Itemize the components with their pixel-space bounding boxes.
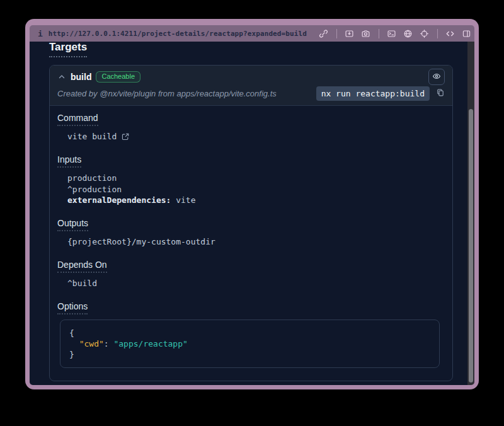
info-icon: i xyxy=(38,29,43,38)
json-string-value: "apps/reactapp" xyxy=(113,339,187,348)
view-target-button[interactable] xyxy=(428,69,445,85)
input-item: ^production xyxy=(67,184,442,195)
target-name: build xyxy=(71,72,91,82)
crosshair-icon[interactable] xyxy=(419,28,430,39)
json-property-line: "cwd": "apps/reactapp" xyxy=(69,338,430,349)
code-icon[interactable] xyxy=(445,28,456,39)
depends-on-section-label: Depends On xyxy=(57,260,107,273)
command-section-label: Command xyxy=(57,113,98,126)
toolbar-divider xyxy=(379,29,379,38)
external-link-icon[interactable] xyxy=(121,132,130,141)
input-item-key: externalDependencies: xyxy=(67,195,171,205)
link-icon[interactable] xyxy=(318,28,329,39)
options-code-block: { "cwd": "apps/reactapp" } xyxy=(60,320,440,368)
json-key: "cwd" xyxy=(79,339,104,348)
terminal-icon[interactable] xyxy=(386,28,398,39)
copy-button[interactable] xyxy=(436,88,445,99)
toolbar-divider xyxy=(336,29,337,38)
scrollbar[interactable] xyxy=(467,42,474,385)
target-card-build: build Cacheable xyxy=(49,65,453,381)
save-frame-icon[interactable] xyxy=(344,28,355,39)
cacheable-badge: Cacheable xyxy=(96,71,140,83)
browser-toolbar: i http://127.0.0.1:4211/project-details/… xyxy=(30,25,474,42)
camera-icon[interactable] xyxy=(360,28,372,39)
input-item: externalDependencies: vite xyxy=(67,195,442,206)
command-value: vite build xyxy=(67,131,117,142)
input-item-value: vite xyxy=(176,195,195,205)
output-item: {projectRoot}/my-custom-outdir xyxy=(67,236,442,248)
eye-icon xyxy=(432,72,441,83)
input-item: production xyxy=(67,173,442,184)
json-open-brace: { xyxy=(69,328,430,338)
depends-on-item: ^build xyxy=(67,278,442,289)
project-details-page: Targets build Cacheable xyxy=(30,42,467,385)
globe-icon[interactable] xyxy=(403,28,414,39)
toolbar-divider xyxy=(437,29,438,38)
created-by-text: Created by @nx/vite/plugin from apps/rea… xyxy=(57,89,277,98)
split-panel-icon[interactable] xyxy=(461,28,472,39)
target-subheader-row: Created by @nx/vite/plugin from apps/rea… xyxy=(57,86,445,101)
json-separator: : xyxy=(104,339,114,348)
target-header-row: build Cacheable xyxy=(57,69,445,84)
target-header-build[interactable]: build Cacheable xyxy=(50,66,452,106)
options-section-label: Options xyxy=(57,302,88,314)
copy-icon xyxy=(436,88,445,99)
toolbar-icons xyxy=(318,28,472,39)
outputs-section-label: Outputs xyxy=(57,219,88,231)
inputs-section-label: Inputs xyxy=(57,155,81,168)
scrollbar-thumb[interactable] xyxy=(469,109,473,383)
browser-window: i http://127.0.0.1:4211/project-details/… xyxy=(25,19,479,389)
chevron-up-icon[interactable] xyxy=(57,72,66,81)
json-close-brace: } xyxy=(69,349,430,360)
target-details: Command vite build xyxy=(50,106,452,381)
url-bar[interactable]: http://127.0.0.1:4211/project-details/re… xyxy=(49,30,307,38)
run-command-chip: nx run reactapp:build xyxy=(316,86,430,101)
browser-window-inner: i http://127.0.0.1:4211/project-details/… xyxy=(30,25,474,385)
page-row: Targets build Cacheable xyxy=(30,42,474,385)
page-title: Targets xyxy=(49,42,87,57)
